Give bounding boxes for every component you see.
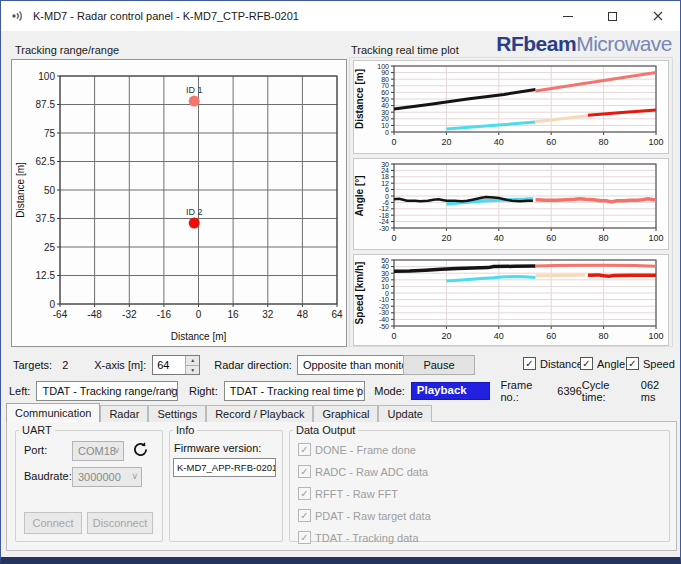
tracking-controls-row: Targets: 2 X-axis [m]: ▲ ▼ Radar directi… bbox=[13, 354, 466, 376]
svg-text:100: 100 bbox=[38, 71, 55, 82]
info-group-title: Info bbox=[173, 424, 197, 436]
svg-text:100: 100 bbox=[648, 331, 663, 341]
tdat-checkbox: ✓ bbox=[298, 531, 311, 544]
svg-text:60: 60 bbox=[546, 233, 556, 243]
connect-button: Connect bbox=[24, 512, 82, 534]
firmware-version-field[interactable] bbox=[173, 458, 276, 477]
right-plot-value: TDAT - Tracking real time plot bbox=[230, 385, 366, 397]
tracking-range-panel: -64-48-32-16016324864012.52537.55062.575… bbox=[11, 59, 347, 347]
svg-text:20: 20 bbox=[441, 137, 451, 147]
chevron-down-icon: ∨ bbox=[131, 471, 138, 481]
tracking-range-chart: -64-48-32-16016324864012.52537.55062.575… bbox=[12, 60, 346, 346]
svg-text:80: 80 bbox=[599, 137, 609, 147]
mode-value-badge: Playback bbox=[411, 382, 491, 400]
svg-text:37.5: 37.5 bbox=[36, 213, 56, 224]
mode-label: Mode: bbox=[374, 385, 405, 397]
radar-direction-value: Opposite than monito bbox=[303, 359, 408, 371]
port-select: COM18 ∨ bbox=[72, 441, 124, 461]
tab-record-playback[interactable]: Record / Playback bbox=[206, 405, 313, 422]
port-value: COM18 bbox=[78, 445, 116, 457]
app-icon bbox=[10, 8, 26, 24]
svg-text:Speed [km/h]: Speed [km/h] bbox=[354, 262, 365, 325]
left-plot-select[interactable]: TDAT - Tracking range/range ∨ bbox=[36, 381, 178, 401]
tab-communication[interactable]: Communication bbox=[6, 403, 100, 422]
distance-plot: 0204060801000102030405060708090100Distan… bbox=[354, 61, 670, 153]
minimize-button[interactable] bbox=[545, 1, 590, 31]
pause-button[interactable]: Pause bbox=[403, 355, 475, 375]
angle-checkbox[interactable]: ✓ bbox=[580, 357, 593, 370]
data-output-group: Data Output ✓ DONE - Frame done ✓ RADC -… bbox=[289, 424, 670, 542]
xaxis-input[interactable] bbox=[153, 356, 185, 374]
svg-text:0: 0 bbox=[385, 129, 389, 136]
radc-checkbox: ✓ bbox=[298, 465, 311, 478]
realtime-plot-group: 0204060801000102030405060708090100Distan… bbox=[349, 57, 673, 347]
tdat-checkbox-row: ✓ TDAT - Tracking data bbox=[298, 531, 419, 544]
spinner-down-icon[interactable]: ▼ bbox=[186, 366, 199, 375]
baudrate-label: Baudrate: bbox=[24, 470, 72, 482]
angle-plot: 0204060801003024181260-6-12-18-24-30Angl… bbox=[354, 159, 670, 249]
speed-checkbox[interactable]: ✓ bbox=[626, 357, 639, 370]
targets-value: 2 bbox=[62, 359, 68, 371]
speed-checkbox-label: Speed bbox=[643, 358, 675, 370]
svg-text:40: 40 bbox=[381, 102, 389, 109]
chevron-down-icon: ∨ bbox=[355, 385, 362, 395]
app-window: K-MD7 - Radar control panel - K-MD7_CTP-… bbox=[0, 0, 681, 564]
xaxis-spinner[interactable]: ▲ ▼ bbox=[152, 355, 200, 375]
tdat-checkbox-label: TDAT - Tracking data bbox=[315, 532, 419, 544]
svg-text:40: 40 bbox=[494, 331, 504, 341]
frame-value: 6396 bbox=[557, 385, 581, 397]
svg-text:-16: -16 bbox=[157, 309, 172, 320]
data-output-group-title: Data Output bbox=[293, 424, 358, 436]
angle-checkbox-row[interactable]: ✓ Angle bbox=[580, 357, 625, 370]
tab-radar[interactable]: Radar bbox=[100, 405, 148, 422]
svg-text:60: 60 bbox=[546, 331, 556, 341]
svg-text:62.5: 62.5 bbox=[36, 156, 56, 167]
svg-text:20: 20 bbox=[441, 331, 451, 341]
speed-plot-panel: 02040608010050403020100-10-20-30-40-50Sp… bbox=[353, 254, 669, 346]
svg-text:80: 80 bbox=[381, 76, 389, 83]
tab-settings[interactable]: Settings bbox=[148, 405, 206, 422]
radar-direction-label: Radar direction: bbox=[214, 359, 292, 371]
svg-text:30: 30 bbox=[381, 109, 389, 116]
disconnect-button: Disconnect bbox=[87, 512, 153, 534]
svg-text:-50: -50 bbox=[379, 323, 389, 330]
done-checkbox-row: ✓ DONE - Frame done bbox=[298, 443, 416, 456]
speed-plot: 02040608010050403020100-10-20-30-40-50Sp… bbox=[354, 255, 670, 347]
baudrate-value: 3000000 bbox=[78, 471, 121, 483]
svg-text:25: 25 bbox=[44, 242, 56, 253]
radc-checkbox-row: ✓ RADC - Raw ADC data bbox=[298, 465, 428, 478]
svg-text:Distance [m]: Distance [m] bbox=[354, 69, 365, 129]
left-select-label: Left: bbox=[9, 385, 30, 397]
distance-checkbox-label: Distance bbox=[540, 358, 583, 370]
svg-text:40: 40 bbox=[494, 137, 504, 147]
svg-text:Distance [m]: Distance [m] bbox=[15, 162, 26, 218]
spinner-up-icon[interactable]: ▲ bbox=[186, 356, 199, 366]
pdat-checkbox-label: PDAT - Raw target data bbox=[315, 510, 431, 522]
maximize-button[interactable] bbox=[590, 1, 635, 31]
maximize-icon bbox=[608, 12, 617, 21]
refresh-ports-button[interactable] bbox=[132, 441, 149, 458]
svg-text:0: 0 bbox=[391, 233, 396, 243]
right-plot-select[interactable]: TDAT - Tracking real time plot ∨ bbox=[224, 381, 366, 401]
tab-update[interactable]: Update bbox=[378, 405, 431, 422]
angle-checkbox-label: Angle bbox=[597, 358, 625, 370]
distance-checkbox-row[interactable]: ✓ Distance bbox=[523, 357, 583, 370]
speed-checkbox-row[interactable]: ✓ Speed bbox=[626, 357, 675, 370]
distance-checkbox[interactable]: ✓ bbox=[523, 357, 536, 370]
right-select-label: Right: bbox=[189, 385, 218, 397]
chevron-down-icon: ∨ bbox=[113, 445, 120, 455]
svg-text:Distance [m]: Distance [m] bbox=[171, 331, 227, 342]
svg-text:90: 90 bbox=[381, 69, 389, 76]
cycle-time-value: 062 ms bbox=[641, 379, 674, 403]
close-button[interactable] bbox=[635, 1, 680, 31]
done-checkbox-label: DONE - Frame done bbox=[315, 444, 416, 456]
svg-text:60: 60 bbox=[546, 137, 556, 147]
right-panel-title: Tracking real time plot bbox=[351, 44, 459, 56]
tab-graphical[interactable]: Graphical bbox=[313, 405, 378, 422]
mode-row: Left: TDAT - Tracking range/range ∨ Righ… bbox=[9, 381, 674, 401]
pdat-checkbox: ✓ bbox=[298, 509, 311, 522]
done-checkbox: ✓ bbox=[298, 443, 311, 456]
rfft-checkbox-row: ✓ RFFT - Raw FFT bbox=[298, 487, 398, 500]
svg-text:ID 2: ID 2 bbox=[186, 207, 203, 217]
svg-text:32: 32 bbox=[262, 309, 274, 320]
